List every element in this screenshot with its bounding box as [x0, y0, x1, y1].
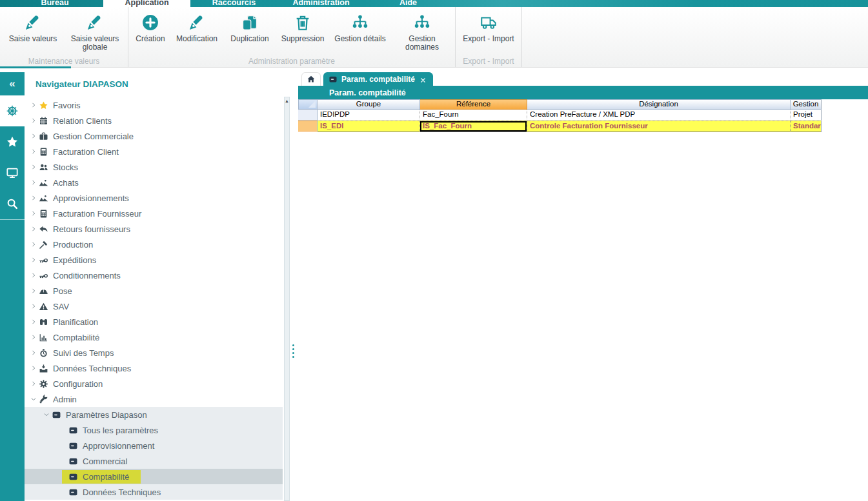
rail-item-collapse-sidebar[interactable]: «	[0, 72, 25, 95]
tree-item-relation-clients[interactable]: Relation Clients	[25, 113, 283, 128]
param-box-icon	[68, 441, 78, 451]
tree-item-comptabilite[interactable]: Comptabilité	[25, 329, 283, 345]
tree-item-expeditions[interactable]: Expéditions	[25, 252, 283, 268]
chevron-down-icon[interactable]	[41, 411, 52, 418]
tab-param-comptabilite[interactable]: Param. comptabilité	[323, 72, 433, 86]
tree-item-donnees-techniques[interactable]: Données Techniques	[25, 484, 283, 500]
column-header-designation[interactable]: Désignation	[527, 99, 791, 110]
chevron-right-icon[interactable]	[28, 226, 39, 232]
menu-tab-label: Aide	[399, 0, 417, 7]
tree-item-commercial[interactable]: Commercial	[25, 453, 283, 469]
chevron-right-icon[interactable]	[28, 164, 39, 170]
chevron-right-icon[interactable]	[28, 272, 39, 279]
tree-item-production[interactable]: Production	[25, 237, 283, 252]
tree-item-facturation-client[interactable]: Facturation Client	[25, 144, 283, 159]
cell-gestion[interactable]: Projet	[791, 110, 822, 121]
chevron-right-icon[interactable]	[28, 334, 39, 340]
modification-button[interactable]: Modification	[170, 10, 223, 44]
chevron-right-icon[interactable]	[28, 288, 39, 294]
tree-item-configuration[interactable]: Configuration	[25, 376, 283, 391]
panel-splitter[interactable]	[290, 72, 298, 501]
row-handle[interactable]	[298, 110, 318, 121]
chevron-right-icon[interactable]	[28, 210, 39, 217]
tree-item-approvisionnement[interactable]: Approvisionnement	[25, 438, 283, 453]
chevron-right-icon[interactable]	[28, 257, 39, 263]
saisie-valeurs-button[interactable]: Saisie valeurs	[2, 10, 64, 44]
tree-item-facturation-fournisseur[interactable]: Facturation Fournisseur	[25, 206, 283, 221]
tree-item-comptabilite[interactable]: Comptabilité	[25, 469, 283, 484]
tree-item-favoris[interactable]: Favoris	[25, 97, 283, 113]
column-header-gestion[interactable]: Gestion	[791, 99, 822, 110]
export-import-button[interactable]: Export - Import	[458, 10, 520, 44]
tab-home[interactable]	[301, 72, 321, 86]
rail-item-search[interactable]	[0, 188, 25, 219]
param-box-icon	[52, 410, 61, 420]
tree-item-suivi-des-temps[interactable]: Suivi des Temps	[25, 345, 283, 360]
chevron-right-icon[interactable]	[28, 148, 39, 155]
chevron-right-icon[interactable]	[28, 133, 39, 139]
tree-item-retours-fournisseurs[interactable]: Retours fournisseurs	[25, 221, 283, 237]
creation-button[interactable]: Création	[130, 10, 170, 44]
select-all-corner-cell[interactable]	[298, 99, 318, 110]
cell-designation[interactable]: Creation PreFacture / XML PDP	[527, 110, 791, 121]
warning-icon	[39, 302, 48, 311]
tree-item-label: Suivi des Temps	[53, 348, 114, 358]
tree-item-pose[interactable]: Pose	[25, 283, 283, 299]
chevron-right-icon[interactable]	[28, 179, 39, 186]
chevron-down-icon[interactable]	[28, 396, 39, 402]
tree-item-planification[interactable]: Planification	[25, 314, 283, 329]
binoculars-icon	[39, 317, 48, 327]
cell-groupe[interactable]: IEDIPDP	[318, 110, 420, 121]
menu-tab-aide[interactable]: Aide	[365, 0, 452, 7]
navigator-scrollbar[interactable]: ▲	[284, 97, 290, 501]
tree-item-admin[interactable]: Admin	[25, 391, 283, 407]
rail-item-favorites[interactable]	[0, 126, 25, 157]
chevron-right-icon[interactable]	[28, 319, 39, 325]
tree-item-approvisionnements[interactable]: Approvisionnements	[25, 190, 283, 206]
chevron-right-icon[interactable]	[28, 102, 39, 108]
cell-groupe[interactable]: IS_EDI	[318, 121, 420, 132]
menu-tab-application[interactable]: Application	[103, 0, 190, 7]
tree-item-tous-les-parametres[interactable]: Tous les paramètres	[25, 422, 283, 438]
chevron-right-icon[interactable]	[28, 241, 39, 248]
row-handle[interactable]	[298, 121, 318, 132]
tree-item-sav[interactable]: SAV	[25, 299, 283, 314]
tree-item-donnees-techniques[interactable]: Données Techniques	[25, 360, 283, 376]
menu-tab-bureau[interactable]: Bureau	[6, 0, 103, 7]
menu-tab-raccourcis[interactable]: Raccourcis	[190, 0, 278, 7]
tree-item-conditionnements[interactable]: Conditionnements	[25, 268, 283, 283]
tree-item-label: Gestion Commerciale	[53, 132, 134, 141]
chevron-right-icon[interactable]	[28, 380, 39, 387]
tree-item-achats[interactable]: Achats	[25, 175, 283, 190]
chevron-right-icon[interactable]	[28, 365, 39, 371]
chevron-right-icon[interactable]	[28, 195, 39, 201]
menu-tab-label: Administration	[292, 0, 349, 7]
hierarchy-icon	[351, 12, 369, 34]
column-header-groupe[interactable]: Groupe	[318, 99, 420, 110]
tab-label: Param. comptabilité	[341, 75, 416, 84]
chevron-right-icon[interactable]	[28, 349, 39, 356]
chevron-right-icon[interactable]	[28, 303, 39, 309]
tree-item-gestion-commerciale[interactable]: Gestion Commerciale	[25, 128, 283, 144]
tree-item-label: SAV	[53, 302, 69, 311]
suppression-button[interactable]: Suppression	[276, 10, 329, 44]
saisie-valeurs-globale-button[interactable]: Saisie valeurs globale	[64, 10, 126, 53]
menu-tab-administration[interactable]: Administration	[278, 0, 365, 7]
cell-gestion[interactable]: Standard	[791, 121, 822, 132]
column-header-reference[interactable]: Référence	[420, 99, 527, 110]
tree-item-stocks[interactable]: Stocks	[25, 159, 283, 175]
gestion-details-button[interactable]: Gestion détails	[329, 10, 391, 44]
rail-item-screens[interactable]	[0, 157, 25, 188]
gestion-domaines-button[interactable]: Gestion domaines	[391, 10, 453, 53]
duplication-button[interactable]: Duplication	[223, 10, 276, 44]
cell-reference[interactable]: IS_Fac_Fourn	[420, 121, 527, 132]
cell-reference[interactable]: Fac_Fourn	[420, 110, 527, 121]
rail-item-modules[interactable]	[0, 95, 25, 126]
scroll-up-icon[interactable]: ▲	[285, 97, 289, 103]
ribbon-group-administration-parametre: CréationModificationDuplicationSuppressi…	[128, 7, 455, 67]
close-icon[interactable]	[419, 75, 428, 83]
chevron-right-icon[interactable]	[28, 117, 39, 124]
tree-item-parametres-diapason[interactable]: Paramètres Diapason	[25, 407, 283, 422]
cell-designation[interactable]: Controle Facturation Fournisseur	[527, 121, 791, 132]
ribbon-button-label: Gestion détails	[334, 35, 385, 43]
